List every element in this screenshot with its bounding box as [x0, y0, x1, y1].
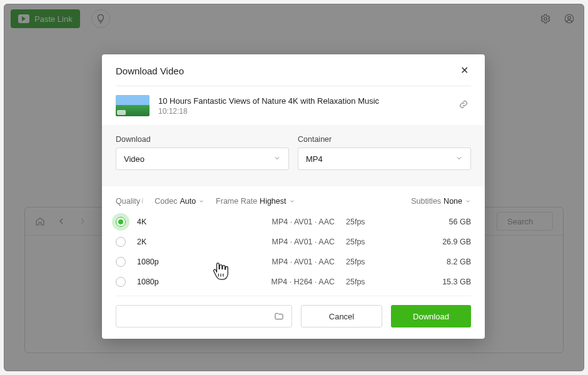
- link-icon: [459, 99, 469, 109]
- container-select[interactable]: MP4: [298, 148, 471, 170]
- quality-resolution: 2K: [137, 238, 246, 246]
- quality-radio[interactable]: [116, 217, 126, 227]
- quality-row[interactable]: 1080p MP4 · H264 · AAC 25fps 15.3 GB: [116, 272, 471, 292]
- dialog-footer: Cancel Download: [102, 296, 485, 339]
- download-type-value: Video: [124, 154, 144, 164]
- quality-size: 26.9 GB: [402, 238, 471, 246]
- quality-size: 8.2 GB: [402, 258, 471, 266]
- quality-size: 15.3 GB: [402, 278, 471, 286]
- video-row: 10 Hours Fantastic Views of Nature 4K wi…: [102, 86, 485, 125]
- quality-codec: MP4 · AV01 · AAC: [246, 258, 340, 266]
- dialog-header: Download Video ✕: [102, 54, 485, 86]
- quality-codec: MP4 · AV01 · AAC: [246, 218, 340, 226]
- quality-codec: MP4 · H264 · AAC: [246, 278, 340, 286]
- quality-codec: MP4 · AV01 · AAC: [246, 238, 340, 246]
- quality-row[interactable]: 2K MP4 · AV01 · AAC 25fps 26.9 GB: [116, 232, 471, 252]
- quality-radio[interactable]: [116, 257, 126, 267]
- video-title: 10 Hours Fantastic Views of Nature 4K wi…: [158, 96, 447, 106]
- quality-radio[interactable]: [116, 237, 126, 247]
- chevron-down-icon: [465, 198, 471, 204]
- download-type-select[interactable]: Video: [116, 148, 289, 170]
- codec-select[interactable]: Codec Auto: [155, 197, 205, 206]
- framerate-select[interactable]: Frame Rate Highest: [216, 197, 295, 206]
- save-path-field[interactable]: [116, 305, 292, 328]
- quality-heading: Quality i: [116, 196, 143, 206]
- cancel-button[interactable]: Cancel: [301, 305, 382, 328]
- chevron-down-icon: [273, 154, 281, 164]
- quality-row[interactable]: 4K MP4 · AV01 · AAC 25fps 56 GB: [116, 212, 471, 232]
- quality-size: 56 GB: [402, 218, 471, 226]
- container-value: MP4: [306, 154, 323, 164]
- quality-fps: 25fps: [340, 258, 402, 266]
- video-thumbnail: [116, 95, 150, 116]
- subtitles-select[interactable]: Subtitles None: [411, 197, 471, 206]
- download-type-label: Download: [116, 135, 289, 144]
- close-button[interactable]: ✕: [458, 63, 471, 78]
- download-button[interactable]: Download: [391, 305, 471, 328]
- download-dialog: Download Video ✕ 10 Hours Fantastic View…: [102, 54, 485, 339]
- dialog-title: Download Video: [116, 66, 184, 76]
- quality-fps: 25fps: [340, 218, 402, 226]
- folder-icon: [274, 311, 284, 321]
- chevron-down-icon: [289, 198, 295, 204]
- chevron-down-icon: [198, 198, 205, 204]
- container-label: Container: [298, 135, 471, 144]
- info-icon[interactable]: i: [141, 196, 143, 206]
- copy-link-button[interactable]: [456, 97, 471, 114]
- filter-row: Quality i Codec Auto Frame Rate Highest …: [102, 186, 485, 212]
- quality-row[interactable]: 1080p MP4 · AV01 · AAC 25fps 8.2 GB: [116, 252, 471, 272]
- quality-fps: 25fps: [340, 238, 402, 246]
- quality-resolution: 4K: [137, 218, 246, 226]
- format-block: Download Video Container MP4: [102, 125, 485, 186]
- quality-resolution: 1080p: [137, 278, 246, 286]
- quality-list: 4K MP4 · AV01 · AAC 25fps 56 GB 2K MP4 ·…: [102, 212, 485, 296]
- chevron-down-icon: [455, 154, 463, 164]
- quality-fps: 25fps: [340, 278, 402, 286]
- video-duration: 10:12:18: [158, 107, 447, 116]
- quality-radio[interactable]: [116, 277, 126, 287]
- quality-resolution: 1080p: [137, 258, 246, 266]
